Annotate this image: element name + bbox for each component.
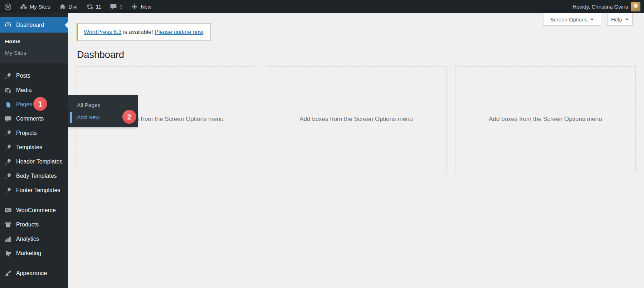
my-sites-menu[interactable]: My Sites bbox=[16, 0, 55, 13]
sidebar-item-products[interactable]: Products bbox=[0, 218, 68, 232]
admin-bar: W My Sites Divi bbox=[0, 0, 644, 13]
sidebar-item-label: Products bbox=[16, 221, 39, 228]
submenu-item-home[interactable]: Home bbox=[0, 36, 68, 47]
sidebar-item-label: Media bbox=[16, 87, 32, 93]
menu-separator bbox=[0, 197, 68, 203]
dashboard-widget-area: Add boxes from the Screen Options menu A… bbox=[77, 66, 636, 172]
screen-options-button[interactable]: Screen Options bbox=[543, 13, 601, 26]
annotation-step-badge-1: 1 bbox=[33, 97, 47, 111]
media-icon bbox=[4, 87, 12, 94]
current-item-bar bbox=[70, 112, 72, 123]
chevron-down-icon bbox=[590, 19, 594, 22]
comment-count: 0 bbox=[119, 4, 122, 10]
updates-menu[interactable]: 11 bbox=[82, 0, 106, 13]
menu-separator bbox=[0, 260, 68, 266]
sidebar-item-label: Appearance bbox=[16, 270, 47, 277]
sidebar-item-label: Footer Templates bbox=[16, 187, 60, 194]
sidebar-item-label: Posts bbox=[16, 73, 30, 79]
admin-bar-right: Howdy, Christina Gwira bbox=[572, 0, 644, 13]
sidebar-item-comments[interactable]: Comments bbox=[0, 112, 68, 126]
please-update-link[interactable]: Please update now bbox=[155, 29, 203, 35]
sidebar-item-label: Templates bbox=[16, 144, 42, 151]
sidebar-item-body-templates[interactable]: Body Templates bbox=[0, 169, 68, 183]
help-label: Help bbox=[611, 16, 622, 23]
pin-icon bbox=[4, 130, 12, 137]
new-label: New bbox=[141, 4, 151, 10]
sidebar-item-label: Header Templates bbox=[16, 158, 63, 165]
pin-icon bbox=[4, 158, 12, 166]
notice-text: is available! bbox=[122, 29, 155, 35]
annotation-step-badge-2: 2 bbox=[122, 110, 136, 124]
flyout-item-label: All Pages bbox=[77, 102, 100, 108]
screen-options-label: Screen Options bbox=[550, 16, 587, 23]
sidebar-item-label: Analytics bbox=[16, 236, 39, 242]
sidebar-item-label: Body Templates bbox=[16, 173, 57, 179]
pages-icon bbox=[4, 101, 12, 108]
sidebar-item-label: Dashboard bbox=[16, 22, 44, 28]
help-button[interactable]: Help bbox=[607, 13, 633, 26]
sidebar-item-analytics[interactable]: Analytics bbox=[0, 232, 68, 246]
current-site-menu[interactable]: Divi bbox=[55, 0, 82, 13]
comments-icon bbox=[4, 115, 12, 123]
empty-widget-container: Add boxes from the Screen Options menu bbox=[266, 66, 447, 172]
admin-sidebar: Dashboard Home My Sites Posts Media bbox=[0, 13, 68, 288]
screen-meta: Screen Options Help bbox=[543, 13, 644, 26]
sidebar-item-label: Projects bbox=[16, 130, 37, 136]
svg-text:W: W bbox=[6, 5, 10, 9]
svg-text:Woo: Woo bbox=[6, 209, 10, 211]
pin-icon bbox=[4, 172, 12, 180]
sidebar-item-label: Comments bbox=[16, 116, 44, 122]
admin-bar-left: W My Sites Divi bbox=[0, 0, 156, 13]
plus-icon bbox=[131, 3, 138, 10]
sidebar-item-marketing[interactable]: Marketing bbox=[0, 246, 68, 260]
sidebar-item-media[interactable]: Media bbox=[0, 83, 68, 97]
home-icon bbox=[59, 3, 66, 10]
wordpress-admin-screen: W My Sites Divi bbox=[0, 0, 644, 288]
sidebar-item-label: Pages bbox=[16, 101, 32, 108]
paintbrush-icon bbox=[4, 270, 12, 277]
dashboard-gauge-icon bbox=[4, 21, 12, 29]
site-name-label: Divi bbox=[69, 4, 78, 10]
pin-icon bbox=[4, 144, 12, 151]
sidebar-item-footer-templates[interactable]: Footer Templates bbox=[0, 183, 68, 197]
flyout-item-all-pages[interactable]: All Pages bbox=[68, 99, 138, 111]
sidebar-item-label: WooCommerce bbox=[16, 207, 56, 214]
empty-container-text: Add boxes from the Screen Options menu bbox=[489, 116, 602, 123]
comments-menu[interactable]: 0 bbox=[106, 0, 127, 13]
submenu-item-my-sites[interactable]: My Sites bbox=[0, 47, 68, 59]
new-content-menu[interactable]: New bbox=[127, 0, 156, 13]
update-count: 11 bbox=[96, 4, 102, 10]
dashboard-submenu: Home My Sites bbox=[0, 33, 68, 63]
pin-icon bbox=[4, 187, 12, 194]
sidebar-item-projects[interactable]: Projects bbox=[0, 126, 68, 140]
howdy-account-menu[interactable]: Howdy, Christina Gwira bbox=[572, 4, 628, 10]
pin-icon bbox=[4, 72, 12, 80]
woocommerce-icon: Woo bbox=[4, 207, 12, 214]
sidebar-item-templates[interactable]: Templates bbox=[0, 140, 68, 155]
sidebar-item-header-templates[interactable]: Header Templates bbox=[0, 155, 68, 169]
wordpress-logo-menu[interactable]: W bbox=[0, 0, 16, 13]
chevron-down-icon bbox=[625, 19, 629, 22]
flyout-item-label: Add New bbox=[77, 114, 99, 121]
page-title: Dashboard bbox=[77, 49, 124, 60]
wordpress-version-link[interactable]: WordPress 6.3 bbox=[84, 29, 122, 35]
update-nag-notice: WordPress 6.3 is available! Please updat… bbox=[77, 23, 211, 41]
empty-container-text: Add boxes from the Screen Options menu bbox=[299, 116, 413, 123]
wordpress-logo-icon: W bbox=[4, 3, 11, 10]
bar-chart-icon bbox=[4, 235, 12, 243]
sidebar-item-woocommerce[interactable]: Woo WooCommerce bbox=[0, 203, 68, 218]
sidebar-item-appearance[interactable]: Appearance bbox=[0, 266, 68, 280]
multisite-icon bbox=[20, 3, 27, 10]
comment-bubble-icon bbox=[110, 3, 117, 10]
sidebar-item-posts[interactable]: Posts bbox=[0, 69, 68, 83]
megaphone-icon bbox=[4, 250, 12, 257]
notice-suffix: . bbox=[203, 29, 204, 35]
sidebar-item-dashboard[interactable]: Dashboard bbox=[0, 17, 68, 33]
my-sites-label: My Sites bbox=[30, 4, 50, 10]
update-icon bbox=[86, 3, 93, 10]
user-avatar[interactable] bbox=[631, 2, 640, 11]
empty-widget-container: Add boxes from the Screen Options menu bbox=[455, 66, 636, 172]
sidebar-item-label: Marketing bbox=[16, 250, 41, 257]
products-icon bbox=[4, 221, 12, 229]
